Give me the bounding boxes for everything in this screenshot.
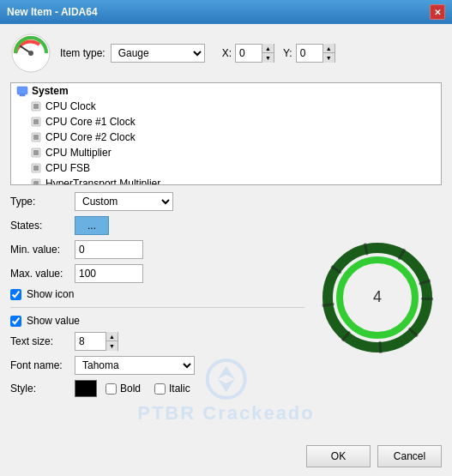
tree-root-label: System: [32, 85, 69, 97]
svg-rect-16: [33, 181, 39, 185]
main-content: Item type: Gauge X: ▲ ▼ Y: ▲ ▼: [0, 24, 452, 476]
tree-item-2[interactable]: CPU Core #2 Clock: [11, 130, 441, 145]
tree-item-label-5: HyperTransport Multiplier: [45, 178, 160, 185]
tree-item-4[interactable]: CPU FSB: [11, 160, 441, 176]
svg-text:4: 4: [373, 288, 382, 305]
item-type-label: Item type:: [60, 47, 105, 59]
y-spin-up[interactable]: ▲: [322, 44, 334, 53]
text-size-label: Text size:: [10, 335, 75, 347]
font-name-row: Font name: Tahoma Arial Times New Roman …: [10, 356, 304, 375]
svg-rect-4: [20, 94, 25, 96]
max-value-row: Max. value:: [10, 264, 304, 283]
divider-1: [10, 307, 304, 308]
y-spin: ▲ ▼: [322, 44, 334, 63]
tree-item-label-3: CPU Multiplier: [45, 147, 111, 159]
max-value-input[interactable]: [75, 264, 143, 283]
y-label: Y:: [283, 47, 292, 59]
cpu-icon-1: [30, 116, 42, 128]
italic-checkbox[interactable]: [154, 383, 166, 395]
cpu-icon-4: [30, 162, 42, 174]
font-name-label: Font name:: [10, 359, 75, 371]
close-button[interactable]: ✕: [430, 4, 445, 20]
min-value-input[interactable]: [75, 240, 143, 259]
item-type-row: Item type: Gauge X: ▲ ▼ Y: ▲ ▼: [10, 33, 442, 74]
text-size-spin: ▲ ▼: [105, 332, 118, 351]
type-row: Type: Custom Standard: [10, 192, 304, 211]
show-icon-row: Show icon: [10, 288, 304, 300]
tree-item-label-4: CPU FSB: [45, 162, 90, 174]
min-value-row: Min. value:: [10, 240, 304, 259]
x-input-wrap: ▲ ▼: [235, 44, 274, 63]
style-row: Style: Bold Italic: [10, 380, 304, 397]
tree-item-1[interactable]: CPU Core #1 Clock: [11, 114, 441, 130]
text-size-row: Text size: ▲ ▼: [10, 332, 304, 351]
states-label: States:: [10, 220, 75, 232]
text-size-spin-down[interactable]: ▼: [105, 341, 118, 351]
style-check-group: Bold Italic: [105, 383, 190, 395]
title-bar-controls: ✕: [430, 4, 445, 20]
y-input-wrap: ▲ ▼: [296, 44, 335, 63]
type-select[interactable]: Custom Standard: [75, 192, 173, 211]
cancel-button[interactable]: Cancel: [377, 445, 442, 467]
form-section: Type: Custom Standard States: ... Min. v…: [10, 192, 442, 402]
bold-label: Bold: [120, 383, 141, 395]
max-value-label: Max. value:: [10, 268, 75, 280]
show-icon-label: Show icon: [27, 288, 74, 300]
type-label: Type:: [10, 196, 75, 208]
italic-label-wrap: Italic: [154, 383, 190, 395]
gauge-preview-svg: 4: [322, 242, 433, 353]
svg-rect-8: [33, 119, 39, 124]
svg-rect-3: [17, 87, 27, 94]
show-icon-checkbox[interactable]: [10, 289, 21, 300]
svg-rect-10: [33, 135, 39, 140]
tree-item-3[interactable]: CPU Multiplier: [11, 145, 441, 160]
x-spin: ▲ ▼: [262, 44, 274, 63]
cpu-icon-5: [30, 178, 42, 185]
italic-label: Italic: [169, 383, 190, 395]
show-value-row: Show value: [10, 315, 304, 327]
bottom-bar: OK Cancel: [306, 445, 442, 467]
xy-group: X: ▲ ▼ Y: ▲ ▼: [222, 44, 335, 63]
watermark-text: PTBR Crackeado: [137, 402, 315, 425]
tree-item-label-1: CPU Core #1 Clock: [45, 116, 136, 128]
show-value-checkbox[interactable]: [10, 316, 21, 327]
y-input[interactable]: [297, 45, 322, 62]
gauge-preview-container: 4: [313, 192, 442, 402]
text-size-spin-up[interactable]: ▲: [105, 332, 118, 341]
tree-item-0[interactable]: CPU Clock: [11, 99, 441, 114]
font-name-select[interactable]: Tahoma Arial Times New Roman Courier New: [75, 356, 195, 375]
tree-container[interactable]: System CPU Clock CPU Core #1 Clock CPU C…: [10, 82, 442, 185]
tree-item-label-2: CPU Core #2 Clock: [45, 131, 136, 143]
style-label: Style:: [10, 383, 75, 395]
x-input[interactable]: [236, 45, 262, 62]
cpu-icon-0: [30, 100, 42, 112]
ok-button[interactable]: OK: [306, 445, 371, 467]
item-type-select[interactable]: Gauge: [111, 44, 205, 63]
tree-root[interactable]: System: [11, 83, 441, 99]
min-value-label: Min. value:: [10, 244, 75, 256]
window-title: New Item - AIDA64: [7, 6, 98, 18]
show-value-label: Show value: [27, 315, 80, 327]
x-label: X:: [222, 47, 232, 59]
cpu-icon-2: [30, 131, 42, 143]
gauge-icon: [10, 33, 51, 74]
system-icon: [16, 85, 28, 97]
form-left: Type: Custom Standard States: ... Min. v…: [10, 192, 304, 402]
tree-item-5[interactable]: HyperTransport Multiplier: [11, 176, 441, 185]
text-size-input[interactable]: [75, 333, 105, 350]
svg-point-2: [28, 51, 33, 56]
text-size-wrap: ▲ ▼: [75, 332, 118, 351]
y-spin-down[interactable]: ▼: [322, 53, 334, 63]
svg-rect-12: [33, 150, 39, 155]
x-spin-up[interactable]: ▲: [262, 44, 274, 53]
cpu-icon-3: [30, 147, 42, 159]
states-button[interactable]: ...: [75, 216, 109, 235]
bold-checkbox[interactable]: [105, 383, 117, 395]
color-picker[interactable]: [75, 380, 97, 397]
svg-rect-14: [33, 166, 39, 171]
bold-label-wrap: Bold: [105, 383, 141, 395]
x-spin-down[interactable]: ▼: [262, 53, 274, 63]
states-row: States: ...: [10, 216, 304, 235]
title-bar: New Item - AIDA64 ✕: [0, 0, 452, 24]
tree-item-label-0: CPU Clock: [45, 100, 96, 112]
